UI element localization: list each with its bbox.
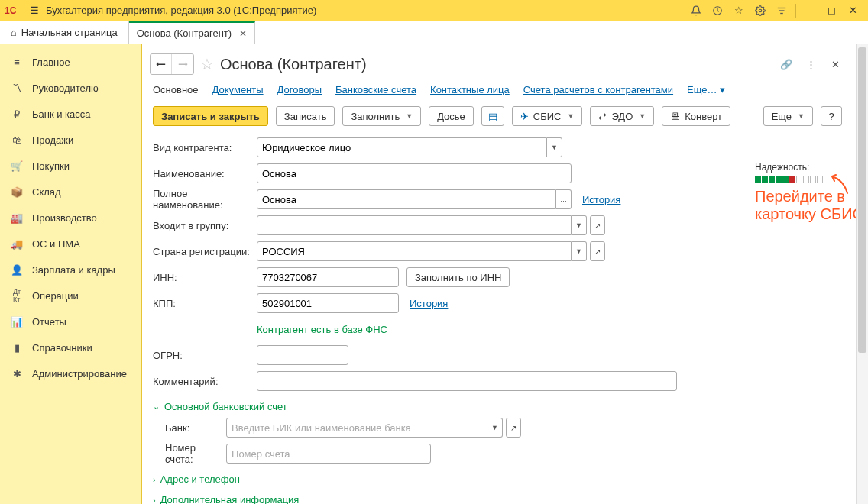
meter-segment: [776, 176, 782, 183]
type-label: Вид контрагента:: [153, 142, 257, 153]
content-area: 🠔 🠖 ☆ Основа (Контрагент) 🔗 ⋮ ✕ Основное…: [142, 44, 868, 504]
help-button[interactable]: ?: [821, 106, 842, 126]
vertical-scrollbar[interactable]: [856, 44, 868, 504]
sidebar-item-reports[interactable]: 📊Отчеты: [0, 309, 141, 334]
group-input[interactable]: [257, 215, 572, 235]
kpp-history-link[interactable]: История: [410, 298, 448, 309]
type-dropdown-button[interactable]: ▼: [547, 137, 562, 157]
sidebar-item-bank[interactable]: ₽Банк и касса: [0, 101, 141, 127]
envelope-button[interactable]: 🖶Конверт: [662, 106, 730, 126]
sidebar-item-main[interactable]: ≡Главное: [0, 49, 141, 75]
gear-icon: ✱: [11, 368, 23, 380]
sidebar-item-label: Покупки: [32, 160, 70, 172]
account-label: Номер счета:: [165, 442, 226, 465]
account-input[interactable]: [226, 444, 431, 464]
extra-expander[interactable]: ›Дополнительная информация: [153, 488, 842, 504]
svg-point-2: [759, 9, 762, 12]
sidebar-item-label: Банк и касса: [32, 108, 91, 120]
bank-open-button[interactable]: ↗: [506, 418, 521, 438]
fill-button[interactable]: Заполнить▼: [342, 106, 421, 126]
save-button[interactable]: Записать: [276, 106, 335, 126]
page-title-main: Основа: [220, 56, 273, 73]
star-icon[interactable]: ☆: [728, 2, 750, 19]
scrollbar-thumb[interactable]: [858, 47, 866, 353]
section-accounts[interactable]: Счета расчетов с контрагентами: [523, 84, 673, 95]
section-more[interactable]: Еще… ▾: [687, 84, 725, 95]
kpp-label: КПП:: [153, 298, 257, 309]
section-contacts[interactable]: Контактные лица: [430, 84, 510, 95]
tab-home-label: Начальная страница: [21, 27, 118, 38]
ogrn-input[interactable]: [257, 345, 348, 365]
meter-segment: [769, 176, 775, 183]
sidebar-item-warehouse[interactable]: 📦Склад: [0, 179, 141, 205]
comment-input[interactable]: [257, 371, 677, 391]
titlebar: 1С ☰ Бухгалтерия предприятия, редакция 3…: [0, 0, 868, 21]
country-dropdown-button[interactable]: ▼: [572, 241, 587, 261]
type-select[interactable]: [257, 137, 547, 157]
save-close-button[interactable]: Записать и закрыть: [153, 106, 268, 126]
reliability-meter[interactable]: [755, 176, 823, 183]
country-open-button[interactable]: ↗: [590, 241, 605, 261]
link-icon[interactable]: 🔗: [776, 54, 796, 74]
sidebar-item-catalogs[interactable]: ▮Справочники: [0, 334, 141, 360]
gear-icon[interactable]: [750, 2, 771, 19]
favorite-star-icon[interactable]: ☆: [200, 55, 214, 73]
close-window-icon[interactable]: ✕: [842, 2, 863, 19]
dossier-button[interactable]: Досье: [429, 106, 474, 126]
sidebar-item-production[interactable]: 🏭Производство: [0, 205, 141, 231]
sidebar-item-sales[interactable]: 🛍Продажи: [0, 127, 141, 153]
sidebar-item-operations[interactable]: ДтКтОперации: [0, 283, 141, 309]
history-link[interactable]: История: [582, 194, 620, 205]
chevron-down-icon: ▼: [639, 112, 646, 120]
sidebar-item-purchases[interactable]: 🛒Покупки: [0, 153, 141, 179]
main-area: ≡Главное 〽Руководителю ₽Банк и касса 🛍Пр…: [0, 44, 868, 504]
document-icon-button[interactable]: ▤: [481, 106, 504, 126]
sidebar: ≡Главное 〽Руководителю ₽Банк и касса 🛍Пр…: [0, 44, 142, 504]
svg-text:1С: 1С: [5, 5, 17, 16]
name-input[interactable]: [257, 163, 572, 183]
kpp-input[interactable]: [257, 293, 399, 313]
menu-icon[interactable]: ☰: [26, 5, 43, 16]
maximize-icon[interactable]: ◻: [821, 2, 842, 19]
section-main[interactable]: Основное: [153, 84, 199, 95]
close-page-icon[interactable]: ✕: [825, 54, 845, 74]
more-button[interactable]: Еще▼: [763, 106, 813, 126]
sidebar-item-hr[interactable]: 👤Зарплата и кадры: [0, 257, 141, 283]
tab-home[interactable]: ⌂ Начальная страница: [0, 21, 129, 44]
meter-segment: [782, 176, 789, 183]
meter-segment: [810, 176, 816, 183]
ogrn-label: ОГРН:: [153, 350, 257, 361]
lines-icon[interactable]: [771, 2, 792, 19]
back-button[interactable]: 🠔: [151, 54, 172, 74]
minimize-icon[interactable]: —: [799, 2, 821, 19]
country-input[interactable]: [257, 241, 572, 261]
forward-button[interactable]: 🠖: [172, 54, 193, 74]
tab-document[interactable]: Основа (Контрагент) ✕: [129, 21, 256, 44]
section-bank[interactable]: Банковские счета: [335, 84, 416, 95]
sidebar-item-admin[interactable]: ✱Администрирование: [0, 360, 141, 386]
kebab-icon[interactable]: ⋮: [801, 54, 821, 74]
fill-by-inn-button[interactable]: Заполнить по ИНН: [406, 267, 510, 287]
sidebar-item-manager[interactable]: 〽Руководителю: [0, 75, 141, 101]
sidebar-item-assets[interactable]: 🚚ОС и НМА: [0, 231, 141, 257]
fullname-input[interactable]: [257, 189, 556, 209]
fns-link[interactable]: Контрагент есть в базе ФНС: [257, 324, 387, 335]
section-contracts[interactable]: Договоры: [277, 84, 322, 95]
bank-input[interactable]: [226, 418, 487, 438]
group-open-button[interactable]: ↗: [590, 215, 605, 235]
tab-close-icon[interactable]: ✕: [239, 28, 247, 39]
history-icon[interactable]: [707, 2, 728, 19]
meter-segment: [762, 176, 768, 183]
group-dropdown-button[interactable]: ▼: [572, 215, 587, 235]
sbis-icon: ✈: [520, 111, 529, 122]
section-documents[interactable]: Документы: [212, 84, 264, 95]
inn-input[interactable]: [257, 267, 399, 287]
bank-expander[interactable]: ⌄Основной банковский счет: [153, 395, 842, 415]
edo-button[interactable]: ⇄ЭДО▼: [590, 106, 654, 126]
app-logo-icon: 1С: [5, 4, 21, 18]
sbis-button[interactable]: ✈СБИС▼: [512, 106, 583, 126]
bell-icon[interactable]: [685, 2, 707, 19]
bank-dropdown-button[interactable]: ▼: [487, 418, 503, 438]
address-expander[interactable]: ›Адрес и телефон: [153, 467, 842, 488]
fullname-ellipsis-button[interactable]: …: [556, 189, 572, 209]
